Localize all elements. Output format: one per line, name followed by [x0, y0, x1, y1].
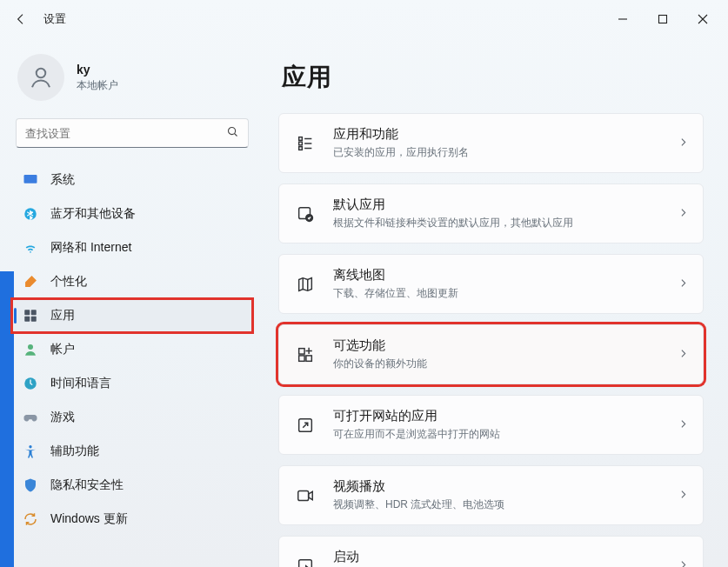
search-input[interactable] — [25, 127, 226, 140]
open-link-icon — [293, 416, 317, 435]
svg-point-11 — [28, 344, 33, 350]
card-video-playback[interactable]: 视频播放视频调整、HDR 流式处理、电池选项 — [278, 465, 704, 525]
chevron-right-icon — [678, 347, 689, 363]
svg-rect-26 — [298, 490, 309, 500]
sidebar: ky 本地帐户 系统 蓝牙和其他设备 网络和 Internet — [0, 38, 263, 567]
sidebar-item-privacy[interactable]: 隐私和安全性 — [12, 469, 252, 502]
wifi-icon — [23, 240, 38, 256]
search-icon — [226, 125, 239, 142]
sidebar-item-label: 网络和 Internet — [50, 240, 131, 256]
avatar — [17, 54, 64, 101]
card-optional-features[interactable]: 可选功能你的设备的额外功能 — [278, 324, 704, 384]
card-subtitle: 根据文件和链接种类设置的默认应用，其他默认应用 — [333, 216, 662, 230]
svg-rect-8 — [31, 310, 37, 315]
chevron-right-icon — [678, 206, 689, 222]
sidebar-item-label: 个性化 — [50, 274, 87, 290]
card-title: 应用和功能 — [333, 126, 662, 143]
sidebar-item-network[interactable]: 网络和 Internet — [12, 231, 252, 264]
card-subtitle: 可在应用而不是浏览器中打开的网站 — [333, 427, 662, 442]
svg-rect-24 — [306, 355, 311, 360]
update-icon — [23, 511, 38, 527]
profile-name: ky — [77, 63, 118, 77]
bluetooth-icon — [23, 206, 38, 222]
window-controls — [603, 5, 723, 33]
card-title: 默认应用 — [333, 197, 662, 213]
title-bar: 设置 — [0, 0, 728, 38]
svg-point-2 — [37, 69, 46, 78]
maximize-button[interactable] — [643, 5, 683, 33]
card-subtitle: 你的设备的额外功能 — [333, 357, 662, 371]
paintbrush-icon — [23, 274, 38, 290]
svg-line-4 — [235, 133, 237, 136]
card-apps-for-websites[interactable]: 可打开网站的应用可在应用而不是浏览器中打开的网站 — [278, 395, 704, 455]
chevron-right-icon — [678, 558, 689, 568]
sidebar-item-system[interactable]: 系统 — [12, 163, 252, 197]
card-subtitle: 下载、存储位置、地图更新 — [333, 286, 662, 301]
svg-rect-14 — [299, 137, 303, 140]
system-icon — [23, 172, 38, 188]
window-title: 设置 — [43, 11, 66, 27]
svg-rect-16 — [299, 146, 303, 150]
profile-subtitle: 本地帐户 — [77, 78, 118, 93]
close-button[interactable] — [683, 5, 723, 33]
sidebar-item-label: 帐户 — [50, 342, 75, 357]
sidebar-item-windows-update[interactable]: Windows 更新 — [12, 503, 252, 536]
chevron-right-icon — [678, 277, 689, 292]
svg-rect-1 — [659, 16, 667, 23]
sidebar-item-bluetooth[interactable]: 蓝牙和其他设备 — [12, 197, 252, 230]
shield-icon — [23, 477, 38, 493]
card-startup[interactable]: 启动登录时自动启动的应用程序 — [278, 536, 704, 567]
sidebar-item-accessibility[interactable]: 辅助功能 — [12, 435, 252, 468]
default-apps-icon — [293, 204, 317, 223]
svg-rect-22 — [299, 348, 304, 353]
svg-rect-7 — [24, 310, 30, 315]
card-subtitle: 已安装的应用，应用执行别名 — [333, 145, 662, 160]
search-box[interactable] — [16, 118, 249, 148]
settings-card-list: 应用和功能已安装的应用，应用执行别名 默认应用根据文件和链接种类设置的默认应用，… — [278, 113, 704, 567]
svg-rect-9 — [24, 317, 30, 322]
sidebar-item-time-language[interactable]: 时间和语言 — [12, 367, 252, 400]
sidebar-item-label: Windows 更新 — [50, 511, 128, 527]
card-title: 离线地图 — [333, 267, 662, 284]
sidebar-item-personalization[interactable]: 个性化 — [12, 265, 252, 298]
list-icon — [293, 134, 317, 153]
svg-point-13 — [29, 445, 31, 448]
chevron-right-icon — [678, 488, 689, 504]
svg-point-3 — [229, 127, 236, 134]
nav-list: 系统 蓝牙和其他设备 网络和 Internet 个性化 应用 帐户 — [12, 163, 252, 536]
sidebar-item-label: 隐私和安全性 — [50, 477, 124, 493]
page-title: 应用 — [282, 61, 704, 94]
chevron-right-icon — [678, 417, 689, 433]
accessibility-icon — [23, 444, 38, 459]
globe-clock-icon — [23, 376, 38, 391]
card-default-apps[interactable]: 默认应用根据文件和链接种类设置的默认应用，其他默认应用 — [278, 183, 704, 243]
person-icon — [23, 342, 38, 357]
sidebar-item-label: 游戏 — [50, 410, 75, 425]
sidebar-item-gaming[interactable]: 游戏 — [12, 401, 252, 434]
sidebar-item-label: 应用 — [50, 308, 75, 324]
back-button[interactable] — [5, 3, 37, 35]
apps-icon — [23, 308, 38, 324]
sidebar-item-label: 时间和语言 — [50, 376, 111, 391]
card-title: 可打开网站的应用 — [333, 408, 662, 424]
optional-features-icon — [293, 345, 317, 364]
card-title: 启动 — [333, 549, 662, 565]
svg-rect-15 — [299, 142, 303, 145]
card-offline-maps[interactable]: 离线地图下载、存储位置、地图更新 — [278, 254, 704, 314]
card-subtitle: 视频调整、HDR 流式处理、电池选项 — [333, 497, 662, 512]
svg-rect-23 — [299, 355, 304, 360]
sidebar-item-label: 系统 — [50, 172, 75, 188]
video-icon — [293, 486, 317, 505]
card-apps-and-features[interactable]: 应用和功能已安装的应用，应用执行别名 — [278, 113, 704, 173]
startup-icon — [293, 557, 317, 568]
sidebar-item-apps[interactable]: 应用 — [12, 299, 252, 332]
chevron-right-icon — [678, 136, 689, 151]
profile-block[interactable]: ky 本地帐户 — [12, 52, 252, 110]
svg-rect-5 — [24, 175, 37, 183]
sidebar-item-label: 蓝牙和其他设备 — [50, 206, 136, 222]
minimize-button[interactable] — [603, 5, 643, 33]
sidebar-item-accounts[interactable]: 帐户 — [12, 333, 252, 366]
card-title: 可选功能 — [333, 337, 662, 354]
map-icon — [293, 275, 317, 294]
sidebar-item-label: 辅助功能 — [50, 444, 99, 459]
